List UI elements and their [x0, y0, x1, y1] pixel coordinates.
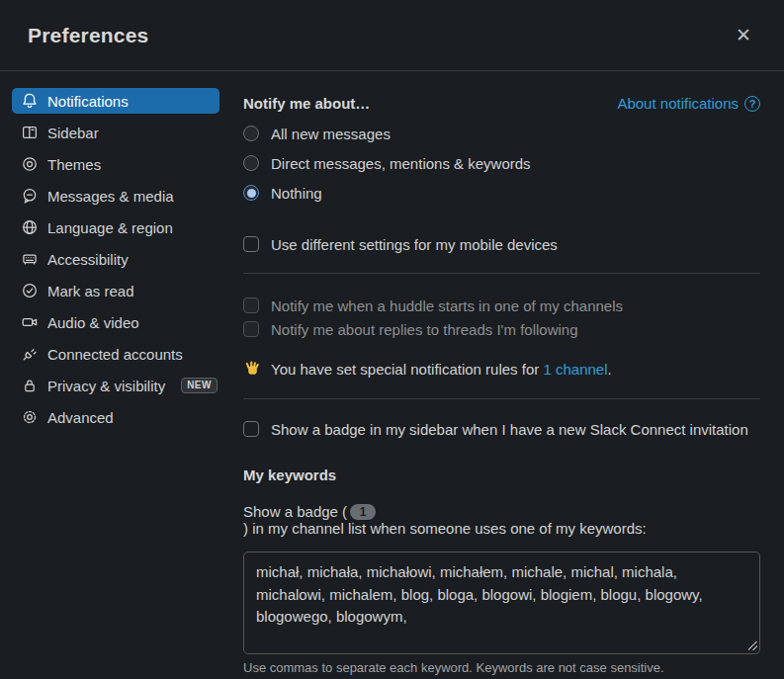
keywords-description: Show a badge (1) in my channel list when… — [243, 503, 760, 537]
sidebar-item-themes[interactable]: Themes — [12, 151, 219, 177]
dialog-header: Preferences ✕ — [0, 0, 784, 71]
sidebar-item-label: Mark as read — [47, 283, 134, 299]
close-button[interactable]: ✕ — [727, 19, 760, 52]
checkbox[interactable] — [243, 297, 259, 313]
sidebar-item-audio-video[interactable]: Audio & video — [12, 309, 219, 335]
preferences-sidebar: Notifications Sidebar Themes Messages & … — [0, 71, 231, 679]
sidebar-item-language-region[interactable]: Language & region — [12, 214, 219, 240]
radio-button[interactable] — [243, 155, 259, 171]
sidebar-item-advanced[interactable]: Advanced — [12, 404, 219, 430]
checkbox-huddle-notify[interactable]: Notify me when a huddle starts in one of… — [243, 296, 760, 315]
keywords-textarea[interactable]: michał, michała, michałowi, michałem, mi… — [243, 552, 760, 654]
badge-count: 1 — [350, 504, 376, 520]
preferences-dialog: Preferences ✕ Notifications Sidebar — [0, 0, 784, 679]
checkbox-thread-replies[interactable]: Notify me about replies to threads I'm f… — [243, 319, 760, 339]
sidebar-item-mark-as-read[interactable]: Mark as read — [12, 278, 219, 303]
sidebar-item-connected-accounts[interactable]: Connected accounts — [12, 341, 219, 367]
wave-emoji — [243, 360, 262, 379]
check-circle-icon — [21, 282, 39, 299]
sidebar-item-messages-media[interactable]: Messages & media — [12, 183, 219, 209]
help-icon: ? — [744, 96, 760, 112]
radio-button-selected[interactable] — [243, 185, 259, 201]
bell-icon — [21, 92, 39, 110]
radio-nothing[interactable]: Nothing — [243, 183, 760, 203]
video-camera-icon — [21, 313, 39, 331]
one-channel-link[interactable]: 1 channel — [543, 361, 607, 378]
sidebar-item-label: Connected accounts — [47, 346, 183, 363]
checkbox-mobile-settings[interactable]: Use different settings for my mobile dev… — [243, 234, 760, 254]
special-rules-text: You have set special notification rules … — [271, 361, 543, 378]
globe-icon — [21, 218, 39, 236]
sidebar-item-label: Accessibility — [47, 251, 129, 268]
message-bubble-icon — [21, 187, 39, 205]
radio-button[interactable] — [243, 126, 259, 141]
notifications-panel: Notify me about… About notifications ? A… — [231, 71, 784, 679]
lock-icon — [21, 377, 39, 394]
radio-direct-messages[interactable]: Direct messages, mentions & keywords — [243, 153, 760, 173]
eye-icon — [21, 155, 39, 173]
sidebar-item-label: Audio & video — [47, 314, 139, 331]
plug-icon — [21, 345, 39, 363]
sidebar-item-label: Sidebar — [47, 125, 99, 141]
sidebar-item-notifications[interactable]: Notifications — [12, 88, 219, 114]
sidebar-item-accessibility[interactable]: Accessibility — [12, 246, 219, 272]
checkbox[interactable] — [243, 321, 259, 337]
checkbox[interactable] — [243, 236, 259, 252]
keyboard-icon — [21, 250, 39, 268]
divider — [243, 398, 760, 399]
sidebar-item-label: Privacy & visibility — [47, 378, 165, 394]
notify-me-about-heading: Notify me about… — [243, 95, 370, 112]
special-rules-note: You have set special notification rules … — [243, 359, 760, 379]
new-badge: NEW — [181, 378, 218, 393]
sidebar-item-label: Notifications — [47, 93, 129, 110]
checkbox-slack-connect-badge[interactable]: Show a badge in my sidebar when I have a… — [243, 419, 760, 439]
gear-icon — [21, 408, 39, 426]
radio-all-new-messages[interactable]: All new messages — [243, 124, 760, 143]
sidebar-item-label: Messages & media — [47, 188, 174, 205]
checkbox[interactable] — [243, 421, 259, 437]
sidebar-item-label: Themes — [47, 156, 101, 173]
sidebar-item-sidebar[interactable]: Sidebar — [12, 120, 219, 145]
my-keywords-heading: My keywords — [243, 467, 760, 483]
sidebar-item-privacy-visibility[interactable]: Privacy & visibility NEW — [12, 373, 219, 398]
sidebar-item-label: Language & region — [47, 219, 173, 236]
close-icon: ✕ — [736, 24, 751, 46]
sidebar-item-label: Advanced — [47, 409, 114, 426]
keywords-helper-text: Use commas to separate each keyword. Key… — [243, 660, 760, 675]
divider — [243, 273, 760, 274]
dialog-title: Preferences — [28, 24, 148, 47]
about-notifications-link[interactable]: About notifications ? — [617, 95, 760, 112]
sidebar-panel-icon — [21, 124, 39, 141]
